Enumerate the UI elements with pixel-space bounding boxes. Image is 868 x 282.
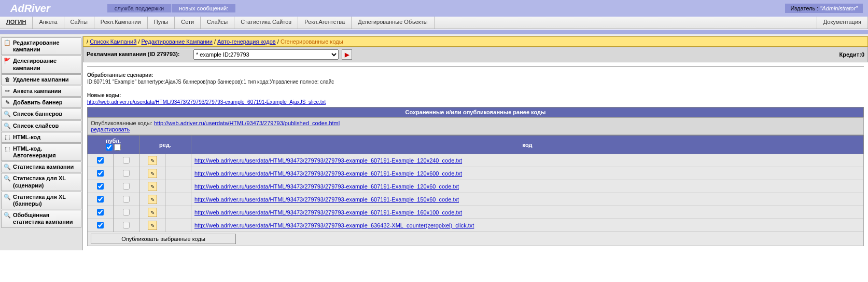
content: / Список Кампаний / Редактирование Кампа… bbox=[83, 36, 868, 250]
code-link[interactable]: http://web.adriver.ru/userdata/HTML/9347… bbox=[194, 157, 462, 164]
sidebar-item-11[interactable]: 🔍Статистика для XL (баннеры) bbox=[1, 192, 81, 209]
edit-button[interactable]: ✎ bbox=[148, 182, 157, 191]
tab-site-stats[interactable]: Статистика Сайтов bbox=[234, 17, 298, 29]
sidebar-item-1[interactable]: 🚩Делегирование кампании bbox=[1, 56, 81, 73]
sidebar-label: HTML-код. Автогенерация bbox=[13, 145, 79, 159]
publisher-box[interactable]: Издатель : "Administrator" bbox=[785, 4, 863, 13]
hr bbox=[87, 66, 864, 67]
row-secondary-checkbox[interactable] bbox=[123, 170, 130, 177]
sidebar-icon: 🔍 bbox=[4, 164, 11, 170]
table-row: ✎http://web.adriver.ru/userdata/HTML/934… bbox=[88, 193, 864, 206]
saved-header: Сохраненные и/или опубликованные ранее к… bbox=[87, 107, 864, 117]
newcodes-title: Новые коды: bbox=[87, 92, 864, 98]
tab-sites[interactable]: Сайты bbox=[64, 17, 94, 29]
check-all-publish[interactable] bbox=[106, 144, 113, 151]
support-link[interactable]: служба поддержки bbox=[107, 4, 171, 12]
edit-published-link[interactable]: редактировать bbox=[91, 126, 130, 132]
codes-table: публ. ред. код ✎http://web.adriver.ru/us… bbox=[87, 135, 864, 246]
edit-button[interactable]: ✎ bbox=[148, 169, 157, 178]
col-code: код bbox=[191, 136, 864, 154]
sidebar-item-0[interactable]: 📋Редактирование кампании bbox=[1, 37, 81, 55]
row-secondary-checkbox[interactable] bbox=[123, 222, 130, 229]
edit-button[interactable]: ✎ bbox=[148, 208, 157, 217]
sidebar-item-9[interactable]: 🔍Статистика кампании bbox=[1, 162, 81, 172]
campaign-select[interactable]: * example ID:279793 bbox=[193, 49, 339, 60]
code-link[interactable]: http://web.adriver.ru/userdata/HTML/9347… bbox=[194, 183, 459, 190]
row-publish-checkbox[interactable] bbox=[97, 183, 104, 190]
tab-delegated[interactable]: Делегированные Объекты bbox=[352, 17, 435, 29]
sidebar-icon: 🔍 bbox=[4, 175, 11, 182]
row-publish-checkbox[interactable] bbox=[97, 170, 104, 177]
code-link[interactable]: http://web.adriver.ru/userdata/HTML/9347… bbox=[194, 209, 462, 216]
tab-spacer bbox=[435, 17, 817, 29]
sidebar-icon: 🔍 bbox=[4, 212, 11, 219]
sidebar-item-3[interactable]: ✏Анкета кампании bbox=[1, 86, 81, 97]
tab-anketa[interactable]: Анкета bbox=[33, 17, 64, 29]
tab-login[interactable]: ЛОГИН bbox=[0, 17, 33, 29]
sidebar-item-12[interactable]: 🔍Обобщённая статистика кампании bbox=[1, 210, 81, 227]
row-publish-checkbox[interactable] bbox=[97, 196, 104, 203]
row-secondary-checkbox[interactable] bbox=[123, 183, 130, 190]
edit-button[interactable]: ✎ bbox=[148, 221, 157, 230]
col-publish-label: публ. bbox=[90, 138, 137, 144]
sidebar-icon: ⬚ bbox=[4, 134, 11, 141]
col-publish: публ. bbox=[88, 136, 139, 154]
sidebar-icon: 🗑 bbox=[4, 76, 11, 83]
publisher-role: Издатель bbox=[790, 5, 815, 11]
credit-label: Кредит:0 bbox=[839, 51, 864, 58]
bc-autogen[interactable]: Авто-генерация кодов bbox=[217, 38, 276, 45]
tab-campaigns[interactable]: Рекл.Кампании bbox=[94, 17, 148, 29]
tab-documentation[interactable]: Документация bbox=[817, 17, 868, 29]
campaign-label: Рекламная кампания (ID 279793): bbox=[87, 51, 190, 58]
sidebar-item-7[interactable]: ⬚HTML-код bbox=[1, 132, 81, 143]
sidebar-icon: ✎ bbox=[4, 99, 11, 106]
sidebar-label: Статистика для XL (баннеры) bbox=[13, 194, 79, 207]
sidebar-item-10[interactable]: 🔍Статистика для XL (сценарии) bbox=[1, 173, 81, 191]
code-link[interactable]: http://web.adriver.ru/userdata/HTML/9347… bbox=[194, 196, 459, 203]
sidebar-label: Обобщённая статистика кампании bbox=[13, 212, 79, 225]
row-secondary-checkbox[interactable] bbox=[123, 196, 130, 203]
row-secondary-checkbox[interactable] bbox=[123, 209, 130, 216]
sidebar-icon: ⬚ bbox=[4, 145, 11, 152]
table-row: ✎http://web.adriver.ru/userdata/HTML/934… bbox=[88, 206, 864, 219]
sidebar-label: Делегирование кампании bbox=[13, 58, 79, 71]
sidebar-label: Список слайсов bbox=[13, 123, 59, 129]
code-link[interactable]: http://web.adriver.ru/userdata/HTML/9347… bbox=[194, 170, 462, 177]
tab-agencies[interactable]: Рекл.Агентства bbox=[298, 17, 352, 29]
tab-pools[interactable]: Пулы bbox=[148, 17, 175, 29]
sidebar-item-5[interactable]: 🔍Список баннеров bbox=[1, 109, 81, 119]
sidebar-item-8[interactable]: ⬚HTML-код. Автогенерация bbox=[1, 143, 81, 161]
tab-nets[interactable]: Сети bbox=[175, 17, 201, 29]
logo: AdRiver bbox=[5, 3, 50, 15]
bc-edit-campaign[interactable]: Редактирование Кампании bbox=[142, 38, 213, 45]
sidebar-label: Статистика для XL (сценарии) bbox=[13, 175, 79, 189]
credit-text: Кредит: bbox=[839, 51, 861, 58]
code-link[interactable]: http://web.adriver.ru/userdata/HTML/9347… bbox=[194, 222, 474, 229]
published-label: Опубликованные коды: bbox=[91, 120, 154, 126]
edit-button[interactable]: ✎ bbox=[148, 156, 157, 165]
col-edit: ред. bbox=[139, 136, 191, 154]
check-none-publish[interactable] bbox=[114, 144, 121, 151]
published-link[interactable]: http://web.adriver.ru/userdata/HTML/9347… bbox=[154, 120, 340, 126]
row-publish-checkbox[interactable] bbox=[97, 222, 104, 229]
go-button[interactable]: ▶ bbox=[342, 49, 352, 60]
row-publish-checkbox[interactable] bbox=[97, 209, 104, 216]
sidebar-icon: 🚩 bbox=[4, 58, 11, 64]
publisher-sep: : bbox=[815, 5, 820, 11]
main-tabs: ЛОГИН Анкета Сайты Рекл.Кампании Пулы Се… bbox=[0, 17, 868, 29]
bc-campaign-list[interactable]: Список Кампаний bbox=[90, 38, 136, 45]
edit-button[interactable]: ✎ bbox=[148, 195, 157, 204]
sidebar-label: Статистика кампании bbox=[13, 164, 74, 170]
publisher-user: "Administrator" bbox=[820, 5, 858, 11]
row-secondary-checkbox[interactable] bbox=[123, 157, 130, 164]
tab-slices[interactable]: Слайсы bbox=[201, 17, 234, 29]
publish-selected-button[interactable]: Опубликовать выбранные коды bbox=[91, 234, 236, 244]
sidebar-item-6[interactable]: 🔍Список слайсов bbox=[1, 120, 81, 131]
sidebar-icon: 🔍 bbox=[4, 123, 11, 129]
sidebar-item-4[interactable]: ✎Добавить баннер bbox=[1, 97, 81, 108]
sidebar-item-2[interactable]: 🗑Удаление кампании bbox=[1, 74, 81, 85]
row-publish-checkbox[interactable] bbox=[97, 157, 104, 164]
newcodes-link[interactable]: http://web.adriver.ru/userdata/HTML/9347… bbox=[87, 99, 326, 105]
sidebar-icon: 🔍 bbox=[4, 111, 11, 117]
table-row: ✎http://web.adriver.ru/userdata/HTML/934… bbox=[88, 180, 864, 193]
